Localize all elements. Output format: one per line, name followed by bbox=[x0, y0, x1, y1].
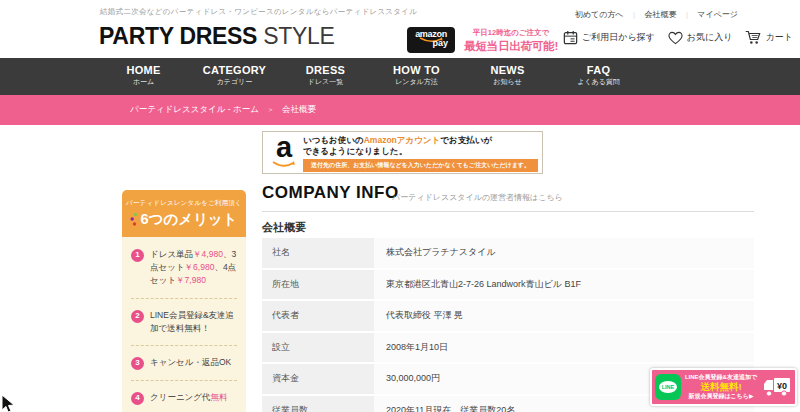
page-subtitle: パーティドレススタイルの運営者情報はこちら bbox=[392, 192, 563, 203]
nav-jp-label: レンタル方法 bbox=[371, 77, 462, 87]
row-label: 設立 bbox=[262, 333, 374, 363]
merit-item-4: 4 クリーニング代無料 bbox=[131, 381, 237, 412]
divider: ｜ bbox=[683, 10, 690, 20]
merits-header-big: 6つのメリット bbox=[122, 210, 246, 229]
merit-text: LINE会員登録&友達追加で送料無料！ bbox=[150, 309, 237, 335]
merit-number: 4 bbox=[131, 392, 144, 405]
main-nav: HOME ホーム CATEGORY カテゴリー DRESS ドレス一覧 HOW … bbox=[0, 58, 800, 95]
row-value: 株式会社プラチナスタイル bbox=[374, 238, 754, 268]
row-label: 資本金 bbox=[262, 364, 374, 394]
search-by-date-label: ご利用日から探す bbox=[582, 31, 655, 44]
line-banner-line2: 送料無料! bbox=[681, 381, 761, 392]
site-tagline: 結婚式二次会などのパーティドレス・ワンピースのレンタルならパーティドレススタイル bbox=[100, 7, 417, 17]
search-by-date-button[interactable]: ご利用日から探す bbox=[563, 30, 655, 45]
nav-en-label: CATEGORY bbox=[189, 64, 280, 76]
nav-jp-label: ドレス一覧 bbox=[280, 77, 371, 87]
table-row: 社名 株式会社プラチナスタイル bbox=[262, 238, 754, 268]
nav-jp-label: お知らせ bbox=[462, 77, 553, 87]
header-utils: ご利用日から探す お気に入り カート bbox=[563, 30, 793, 45]
breadcrumb-current: 会社概要 bbox=[282, 104, 316, 116]
nav-en-label: NEWS bbox=[462, 64, 553, 76]
cart-label: カート bbox=[765, 31, 792, 44]
merit-item-2: 2 LINE会員登録&友達追加で送料無料！ bbox=[131, 299, 237, 346]
top-link-company[interactable]: 会社概要 bbox=[644, 9, 676, 20]
merit-text: ドレス単品￥4,980、3点セット￥6,980、4点セット￥7,980 bbox=[150, 248, 237, 288]
cart-icon bbox=[745, 30, 761, 45]
table-row: 代表者 代表取締役 平澤 晃 bbox=[262, 301, 754, 331]
nav-en-label: HOME bbox=[98, 64, 189, 76]
nav-en-label: FAQ bbox=[553, 64, 644, 76]
site-logo[interactable]: PARTY DRESS STYLE bbox=[99, 23, 335, 50]
page: 結婚式二次会などのパーティドレス・ワンピースのレンタルならパーティドレススタイル… bbox=[0, 0, 800, 412]
row-label: 所在地 bbox=[262, 270, 374, 300]
merit-item-3: 3 キャンセル・返品OK bbox=[131, 346, 237, 381]
table-row: 所在地 東京都港区北青山2-7-26 Landwork青山ビル B1F bbox=[262, 270, 754, 300]
nav-jp-label: よくある質問 bbox=[553, 77, 644, 87]
line-banner-text: LINE会員登録&友達追加で 送料無料! 新規会員登録はこちら▶ bbox=[681, 374, 761, 400]
line-promo-banner[interactable]: LINE LINE会員登録&友達追加で 送料無料! 新規会員登録はこちら▶ ¥0 bbox=[650, 368, 797, 406]
promo-line1: 平日12時迄のご注文で bbox=[455, 28, 567, 38]
merits-header: パーティドレスレンタルをご利用頂く 6つのメリット bbox=[122, 190, 246, 237]
amazon-banner-line2: できるようになりました。 bbox=[303, 146, 538, 157]
breadcrumb: パーティドレススタイル - ホーム ＞ 会社概要 bbox=[0, 95, 800, 125]
main-nav-items: HOME ホーム CATEGORY カテゴリー DRESS ドレス一覧 HOW … bbox=[98, 58, 644, 95]
calendar-icon bbox=[563, 30, 578, 45]
heart-icon bbox=[668, 31, 683, 45]
merit-number: 2 bbox=[131, 310, 144, 323]
line-logo-icon: LINE bbox=[655, 374, 681, 400]
top-link-first-time[interactable]: 初めての方へ bbox=[575, 9, 624, 20]
nav-item-category[interactable]: CATEGORY カテゴリー bbox=[189, 58, 280, 95]
row-label: 代表者 bbox=[262, 301, 374, 331]
nav-item-news[interactable]: NEWS お知らせ bbox=[462, 58, 553, 95]
nav-item-faq[interactable]: FAQ よくある質問 bbox=[553, 58, 644, 95]
line-banner-line1: LINE会員登録&友達追加で bbox=[681, 374, 761, 381]
logo-main-text: PARTY DRESS bbox=[99, 23, 257, 49]
nav-item-howto[interactable]: HOW TO レンタル方法 bbox=[371, 58, 462, 95]
merits-sidebar: パーティドレスレンタルをご利用頂く 6つのメリット 1 ドレス単品￥4,980、… bbox=[122, 190, 246, 412]
merit-number: 3 bbox=[131, 357, 144, 370]
section-title: 会社概要 bbox=[262, 220, 306, 235]
merit-text: キャンセル・返品OK bbox=[150, 356, 231, 370]
line-banner-line3: 新規会員登録はこちら▶ bbox=[681, 393, 761, 400]
top-link-mypage[interactable]: マイページ bbox=[697, 9, 738, 20]
divider: ｜ bbox=[631, 10, 638, 20]
logo-sub-text: STYLE bbox=[257, 23, 334, 49]
row-label: 社名 bbox=[262, 238, 374, 268]
promo-line2: 最短当日出荷可能! bbox=[455, 39, 567, 54]
amazon-pay-bottom-text: pay bbox=[407, 39, 455, 47]
merit-item-1: 1 ドレス単品￥4,980、3点セット￥6,980、4点セット￥7,980 bbox=[131, 238, 237, 299]
mouse-cursor bbox=[1, 395, 15, 412]
nav-item-home[interactable]: HOME ホーム bbox=[98, 58, 189, 95]
merits-list: 1 ドレス単品￥4,980、3点セット￥6,980、4点セット￥7,980 2 … bbox=[122, 237, 246, 412]
nav-en-label: HOW TO bbox=[371, 64, 462, 76]
nav-en-label: DRESS bbox=[280, 64, 371, 76]
merits-title-text: 6つのメリット bbox=[140, 210, 237, 229]
line-logo-text: LINE bbox=[659, 381, 678, 393]
cart-button[interactable]: カート bbox=[745, 30, 792, 45]
amazon-pay-badge[interactable]: amazon pay bbox=[407, 27, 455, 53]
top-links: 初めての方へ ｜ 会社概要 ｜ マイページ bbox=[575, 9, 738, 20]
merits-header-small: パーティドレスレンタルをご利用頂く bbox=[122, 199, 246, 208]
divider bbox=[262, 211, 754, 212]
amazon-banner-strip: 送付先の住所、お支払い情報などを入力いただかなくてもご注文いただけます。 bbox=[303, 159, 538, 172]
favorites-button[interactable]: お気に入り bbox=[668, 31, 733, 45]
page-title: COMPANY INFO bbox=[262, 183, 399, 203]
row-value: 2008年1月10日 bbox=[374, 333, 754, 363]
amazon-banner-text: いつもお使いのAmazonアカウントでお支払いが できるようになりました。 送付… bbox=[301, 135, 538, 170]
nav-jp-label: カテゴリー bbox=[189, 77, 280, 87]
table-row: 設立 2008年1月10日 bbox=[262, 333, 754, 363]
breadcrumb-home-link[interactable]: パーティドレススタイル - ホーム bbox=[130, 104, 259, 116]
nav-jp-label: ホーム bbox=[98, 77, 189, 87]
amazon-banner-line1: いつもお使いのAmazonアカウントでお支払いが bbox=[303, 135, 538, 146]
merit-number: 1 bbox=[131, 249, 144, 262]
amazon-account-banner[interactable]: a いつもお使いのAmazonアカウントでお支払いが できるようになりました。 … bbox=[262, 131, 543, 174]
nav-item-dress[interactable]: DRESS ドレス一覧 bbox=[280, 58, 371, 95]
row-value: 代表取締役 平澤 晃 bbox=[374, 301, 754, 331]
amazon-a-logo: a bbox=[267, 135, 301, 170]
breadcrumb-separator: ＞ bbox=[267, 105, 274, 115]
row-value: 東京都港区北青山2-7-26 Landwork青山ビル B1F bbox=[374, 270, 754, 300]
shipping-promo: 平日12時迄のご注文で 最短当日出荷可能! bbox=[455, 28, 567, 54]
svg-text:¥0: ¥0 bbox=[777, 381, 787, 391]
free-shipping-truck-icon: ¥0 bbox=[762, 375, 792, 399]
confetti-dots-icon bbox=[130, 212, 138, 227]
